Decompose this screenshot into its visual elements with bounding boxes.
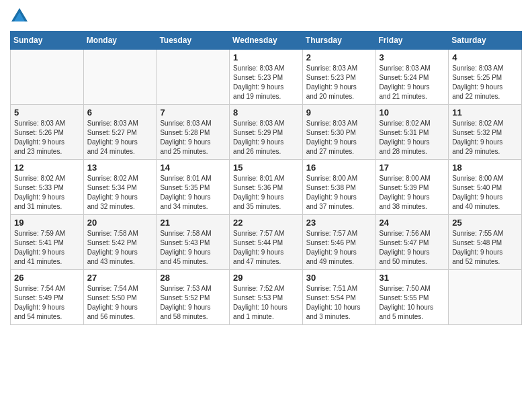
day-number: 1 <box>233 52 299 62</box>
weekday-header-tuesday: Tuesday <box>157 32 230 50</box>
calendar-cell: 14Sunrise: 8:01 AM Sunset: 5:35 PM Dayli… <box>157 160 230 215</box>
day-info: Sunrise: 8:03 AM Sunset: 5:26 PM Dayligh… <box>14 119 80 156</box>
calendar-cell: 1Sunrise: 8:03 AM Sunset: 5:23 PM Daylig… <box>230 50 303 105</box>
day-info: Sunrise: 7:53 AM Sunset: 5:52 PM Dayligh… <box>160 284 226 322</box>
calendar-cell: 19Sunrise: 7:59 AM Sunset: 5:41 PM Dayli… <box>11 215 84 270</box>
calendar-cell: 4Sunrise: 8:03 AM Sunset: 5:25 PM Daylig… <box>449 50 522 105</box>
calendar-cell <box>83 50 157 105</box>
calendar-cell: 12Sunrise: 8:02 AM Sunset: 5:33 PM Dayli… <box>11 160 84 215</box>
day-info: Sunrise: 7:54 AM Sunset: 5:49 PM Dayligh… <box>14 284 80 322</box>
calendar-cell: 13Sunrise: 8:02 AM Sunset: 5:34 PM Dayli… <box>83 160 157 215</box>
day-info: Sunrise: 7:58 AM Sunset: 5:43 PM Dayligh… <box>160 229 226 267</box>
day-info: Sunrise: 7:55 AM Sunset: 5:48 PM Dayligh… <box>452 229 518 267</box>
day-number: 18 <box>452 163 518 173</box>
day-info: Sunrise: 8:02 AM Sunset: 5:32 PM Dayligh… <box>452 119 518 156</box>
day-number: 22 <box>233 218 299 228</box>
weekday-header-saturday: Saturday <box>449 32 522 50</box>
day-info: Sunrise: 8:02 AM Sunset: 5:34 PM Dayligh… <box>87 174 153 212</box>
day-info: Sunrise: 7:57 AM Sunset: 5:46 PM Dayligh… <box>306 229 372 267</box>
day-info: Sunrise: 8:00 AM Sunset: 5:38 PM Dayligh… <box>306 174 372 212</box>
page: SundayMondayTuesdayWednesdayThursdayFrid… <box>0 0 532 411</box>
day-info: Sunrise: 7:54 AM Sunset: 5:50 PM Dayligh… <box>87 284 153 322</box>
weekday-header-friday: Friday <box>375 32 449 50</box>
day-info: Sunrise: 8:02 AM Sunset: 5:33 PM Dayligh… <box>14 174 80 212</box>
day-info: Sunrise: 8:00 AM Sunset: 5:39 PM Dayligh… <box>380 174 445 212</box>
day-info: Sunrise: 7:56 AM Sunset: 5:47 PM Dayligh… <box>380 229 445 267</box>
calendar-cell: 31Sunrise: 7:50 AM Sunset: 5:55 PM Dayli… <box>375 270 449 325</box>
calendar-cell: 22Sunrise: 7:57 AM Sunset: 5:44 PM Dayli… <box>230 215 303 270</box>
day-number: 24 <box>380 218 445 228</box>
calendar-cell: 6Sunrise: 8:03 AM Sunset: 5:27 PM Daylig… <box>83 105 157 160</box>
day-number: 16 <box>306 163 372 173</box>
day-info: Sunrise: 7:58 AM Sunset: 5:42 PM Dayligh… <box>87 229 153 267</box>
day-number: 11 <box>452 107 518 118</box>
calendar-cell: 7Sunrise: 8:03 AM Sunset: 5:28 PM Daylig… <box>157 105 230 160</box>
day-number: 15 <box>233 163 299 173</box>
day-number: 17 <box>380 163 445 173</box>
calendar-cell: 15Sunrise: 8:01 AM Sunset: 5:36 PM Dayli… <box>230 160 303 215</box>
day-number: 2 <box>306 52 372 62</box>
calendar-cell: 5Sunrise: 8:03 AM Sunset: 5:26 PM Daylig… <box>11 105 84 160</box>
day-info: Sunrise: 7:50 AM Sunset: 5:55 PM Dayligh… <box>380 284 445 322</box>
logo-icon <box>10 7 29 26</box>
calendar-cell: 11Sunrise: 8:02 AM Sunset: 5:32 PM Dayli… <box>449 105 522 160</box>
day-info: Sunrise: 7:52 AM Sunset: 5:53 PM Dayligh… <box>233 284 299 322</box>
calendar-cell: 17Sunrise: 8:00 AM Sunset: 5:39 PM Dayli… <box>375 160 449 215</box>
calendar-cell: 3Sunrise: 8:03 AM Sunset: 5:24 PM Daylig… <box>375 50 449 105</box>
day-number: 9 <box>306 107 372 118</box>
calendar-cell <box>157 50 230 105</box>
weekday-header-sunday: Sunday <box>11 32 84 50</box>
day-number: 5 <box>14 107 80 118</box>
day-number: 26 <box>14 273 80 283</box>
day-number: 28 <box>160 273 226 283</box>
weekday-header-row: SundayMondayTuesdayWednesdayThursdayFrid… <box>11 32 522 50</box>
day-info: Sunrise: 8:01 AM Sunset: 5:36 PM Dayligh… <box>233 174 299 212</box>
calendar-cell: 23Sunrise: 7:57 AM Sunset: 5:46 PM Dayli… <box>302 215 375 270</box>
calendar-cell: 10Sunrise: 8:02 AM Sunset: 5:31 PM Dayli… <box>375 105 449 160</box>
calendar-cell: 2Sunrise: 8:03 AM Sunset: 5:23 PM Daylig… <box>302 50 375 105</box>
day-number: 21 <box>160 218 226 228</box>
day-number: 30 <box>306 273 372 283</box>
day-number: 8 <box>233 107 299 118</box>
day-info: Sunrise: 7:57 AM Sunset: 5:44 PM Dayligh… <box>233 229 299 267</box>
calendar-cell: 26Sunrise: 7:54 AM Sunset: 5:49 PM Dayli… <box>11 270 84 325</box>
calendar-cell: 8Sunrise: 8:03 AM Sunset: 5:29 PM Daylig… <box>230 105 303 160</box>
day-info: Sunrise: 8:03 AM Sunset: 5:23 PM Dayligh… <box>233 64 299 101</box>
day-number: 14 <box>160 163 226 173</box>
day-number: 31 <box>380 273 445 283</box>
calendar-cell <box>449 270 522 325</box>
day-info: Sunrise: 7:51 AM Sunset: 5:54 PM Dayligh… <box>306 284 372 322</box>
calendar-cell <box>11 50 84 105</box>
calendar-cell: 24Sunrise: 7:56 AM Sunset: 5:47 PM Dayli… <box>375 215 449 270</box>
day-info: Sunrise: 8:03 AM Sunset: 5:27 PM Dayligh… <box>87 119 153 156</box>
logo <box>10 7 32 26</box>
calendar-week-row: 1Sunrise: 8:03 AM Sunset: 5:23 PM Daylig… <box>11 50 522 105</box>
day-number: 27 <box>87 273 153 283</box>
day-info: Sunrise: 8:03 AM Sunset: 5:25 PM Dayligh… <box>452 64 518 101</box>
calendar-cell: 20Sunrise: 7:58 AM Sunset: 5:42 PM Dayli… <box>83 215 157 270</box>
calendar-cell: 25Sunrise: 7:55 AM Sunset: 5:48 PM Dayli… <box>449 215 522 270</box>
calendar-cell: 16Sunrise: 8:00 AM Sunset: 5:38 PM Dayli… <box>302 160 375 215</box>
day-number: 19 <box>14 218 80 228</box>
day-info: Sunrise: 8:03 AM Sunset: 5:28 PM Dayligh… <box>160 119 226 156</box>
weekday-header-wednesday: Wednesday <box>230 32 303 50</box>
calendar-cell: 30Sunrise: 7:51 AM Sunset: 5:54 PM Dayli… <box>302 270 375 325</box>
day-number: 12 <box>14 163 80 173</box>
calendar-table: SundayMondayTuesdayWednesdayThursdayFrid… <box>10 31 522 325</box>
calendar-week-row: 5Sunrise: 8:03 AM Sunset: 5:26 PM Daylig… <box>11 105 522 160</box>
header <box>10 7 522 26</box>
day-info: Sunrise: 8:03 AM Sunset: 5:29 PM Dayligh… <box>233 119 299 156</box>
day-number: 13 <box>87 163 153 173</box>
weekday-header-monday: Monday <box>83 32 157 50</box>
calendar-week-row: 26Sunrise: 7:54 AM Sunset: 5:49 PM Dayli… <box>11 270 522 325</box>
day-info: Sunrise: 8:03 AM Sunset: 5:23 PM Dayligh… <box>306 64 372 101</box>
day-info: Sunrise: 8:03 AM Sunset: 5:30 PM Dayligh… <box>306 119 372 156</box>
calendar-cell: 9Sunrise: 8:03 AM Sunset: 5:30 PM Daylig… <box>302 105 375 160</box>
day-info: Sunrise: 8:03 AM Sunset: 5:24 PM Dayligh… <box>380 64 445 101</box>
day-number: 20 <box>87 218 153 228</box>
calendar-cell: 18Sunrise: 8:00 AM Sunset: 5:40 PM Dayli… <box>449 160 522 215</box>
calendar-cell: 28Sunrise: 7:53 AM Sunset: 5:52 PM Dayli… <box>157 270 230 325</box>
calendar-week-row: 12Sunrise: 8:02 AM Sunset: 5:33 PM Dayli… <box>11 160 522 215</box>
calendar-cell: 21Sunrise: 7:58 AM Sunset: 5:43 PM Dayli… <box>157 215 230 270</box>
day-number: 7 <box>160 107 226 118</box>
